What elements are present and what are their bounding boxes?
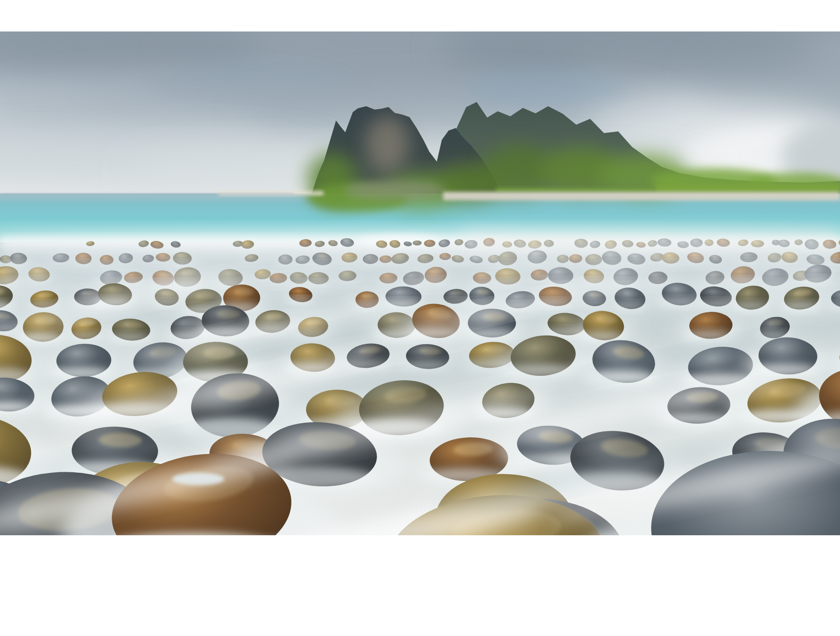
- beach-photo-illustration: [0, 31, 840, 535]
- calendar-photo: [0, 31, 840, 535]
- calendar-footer: 09 Am Strand von Uttakleiv auf den Lofot…: [0, 535, 840, 636]
